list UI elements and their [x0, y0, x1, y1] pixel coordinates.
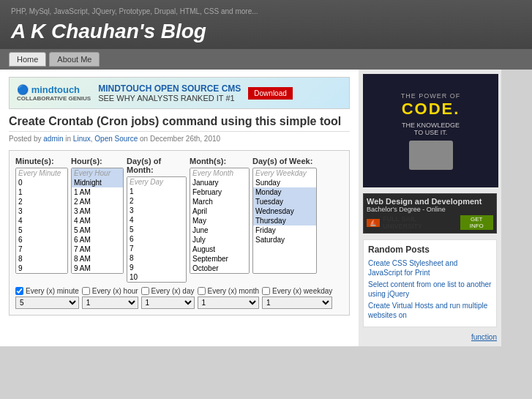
random-post-1[interactable]: Create CSS Stylesheet and JavaScript for…	[368, 258, 492, 277]
dom-select[interactable]: Every Day 1234 5678 91011	[127, 176, 187, 283]
minutes-select[interactable]: Every Minute 0123 4567 8910	[15, 168, 68, 274]
sidebar-ad-code: CODE.	[402, 100, 460, 119]
months-select[interactable]: Every Month JanuaryFebruaryMarch AprilMa…	[190, 168, 250, 274]
hours-select[interactable]: Every Hour Midnight 1 AM2 AM3 AM 4 AM5 A…	[71, 168, 124, 274]
post-author-link[interactable]: admin	[43, 135, 63, 143]
sidebar-ad: THE POWER OF CODE. THE KNOWLEDGE TO USE …	[363, 74, 498, 187]
nav-tab-home[interactable]: Home	[9, 52, 46, 67]
footer-hour-select[interactable]: 1	[82, 297, 138, 309]
sidebar-ad-tagline: THE POWER OF	[401, 92, 461, 100]
dow-label: Day(s) of Week:	[252, 157, 317, 165]
crontab-tool: Minute(s): Every Minute 0123 4567 8910 H…	[9, 150, 350, 316]
dow-select[interactable]: Every Weekday Sunday Monday Tuesday Wedn…	[252, 168, 317, 274]
hours-label: Hour(s):	[71, 157, 124, 165]
ad-logo: 🔵 mindtouch COLLABORATIVE GENIUS	[17, 84, 91, 102]
footer-month-label: Every (x) month	[198, 287, 260, 295]
sidebar-ad-school-row: ⛵ FULL SAIL UNIVERSITY GET INFO	[367, 215, 493, 230]
dom-label: Day(s) of Month:	[127, 157, 187, 174]
sidebar-ad-school-badge: ⛵	[367, 219, 380, 227]
footer-weekday-checkbox[interactable]	[262, 287, 270, 295]
main-layout: 🔵 mindtouch COLLABORATIVE GENIUS MINDTOU…	[0, 70, 532, 346]
header: PHP, MySql, JavaScript, JQuery, Prototyp…	[0, 0, 532, 49]
footer-day-label: Every (x) day	[141, 287, 195, 295]
nav: Home About Me	[0, 49, 532, 70]
cron-col-months: Month(s): Every Month JanuaryFebruaryMar…	[190, 157, 250, 283]
ad-logo-text: 🔵 mindtouch	[17, 84, 91, 95]
footer-day-checkbox[interactable]	[141, 287, 149, 295]
footer-hour-checkbox[interactable]	[82, 287, 90, 295]
ad-text: MINDTOUCH OPEN SOURCE CMS SEE WHY ANALYS…	[98, 83, 241, 102]
random-post-2[interactable]: Select content from one list to another …	[368, 280, 492, 299]
random-posts: Random Posts Create CSS Stylesheet and J…	[363, 239, 497, 327]
cron-col-dow: Day(s) of Week: Every Weekday Sunday Mon…	[252, 157, 317, 283]
nav-tab-about[interactable]: About Me	[49, 52, 100, 67]
content: 🔵 mindtouch COLLABORATIVE GENIUS MINDTOU…	[0, 70, 359, 346]
footer-day-select[interactable]: 1	[141, 297, 195, 309]
footer-hour-label: Every (x) hour	[82, 287, 138, 295]
sidebar: THE POWER OF CODE. THE KNOWLEDGE TO USE …	[359, 70, 501, 346]
post-category-linux[interactable]: Linux	[73, 135, 91, 143]
ad-banner: 🔵 mindtouch COLLABORATIVE GENIUS MINDTOU…	[9, 77, 350, 109]
footer-month: Every (x) month 1	[198, 287, 260, 309]
cron-col-hours: Hour(s): Every Hour Midnight 1 AM2 AM3 A…	[71, 157, 124, 283]
sidebar-ad-knowledge: THE KNOWLEDGE	[402, 122, 460, 129]
ad-download-button[interactable]: Download	[248, 87, 292, 100]
footer-weekday-select[interactable]: 1	[262, 297, 332, 309]
sidebar-ad-webdev: Web Design and Development	[367, 197, 493, 206]
months-label: Month(s):	[190, 157, 250, 165]
sidebar-ad-bottom: Web Design and Development Bachelor's De…	[363, 193, 497, 234]
sidebar-ad-degree: Bachelor's Degree - Online	[367, 206, 493, 213]
tagline: PHP, MySql, JavaScript, JQuery, Prototyp…	[11, 7, 521, 15]
random-post-3[interactable]: Create Virtual Hosts and run multiple we…	[368, 301, 492, 320]
footer-day: Every (x) day 1	[141, 287, 195, 309]
post-meta: Posted by admin in Linux, Open Source on…	[9, 135, 350, 143]
footer-month-select[interactable]: 1	[198, 297, 260, 309]
ad-subline: SEE WHY ANALYSTS RANKED IT #1	[98, 94, 234, 102]
sidebar-ad-cta-button[interactable]: GET INFO	[460, 215, 493, 230]
footer-weekday-label: Every (x) weekday	[262, 287, 332, 295]
function-link[interactable]: function	[471, 333, 497, 341]
sidebar-ad-use: TO USE IT.	[414, 129, 447, 136]
ad-logo-sub: COLLABORATIVE GENIUS	[17, 95, 91, 102]
footer-hour: Every (x) hour 1	[82, 287, 138, 309]
article-title: Create Crontab (Cron jobs) command using…	[9, 115, 350, 132]
footer-minute-label: Every (x) minute	[15, 287, 79, 295]
footer-minute: Every (x) minute 5	[15, 287, 79, 309]
ad-headline: MINDTOUCH OPEN SOURCE CMS	[98, 83, 241, 94]
footer-month-checkbox[interactable]	[198, 287, 206, 295]
cron-col-dom: Day(s) of Month: Every Day 1234 5678 910…	[127, 157, 187, 283]
minutes-label: Minute(s):	[15, 157, 68, 165]
random-posts-title: Random Posts	[368, 245, 492, 255]
cron-footer: Every (x) minute 5 Every (x) hour 1	[15, 287, 343, 309]
sidebar-ad-image	[409, 141, 453, 170]
footer-minute-checkbox[interactable]	[15, 287, 23, 295]
post-category-opensource[interactable]: Open Source	[94, 135, 138, 143]
function-link-area: function	[363, 332, 497, 342]
footer-weekday: Every (x) weekday 1	[262, 287, 332, 309]
cron-col-minutes: Minute(s): Every Minute 0123 4567 8910	[15, 157, 68, 283]
blog-title: A K Chauhan's Blog	[11, 20, 521, 43]
sidebar-ad-school-name: FULL SAIL UNIVERSITY	[383, 215, 457, 230]
cron-columns: Minute(s): Every Minute 0123 4567 8910 H…	[15, 157, 343, 283]
footer-minute-select[interactable]: 5	[15, 297, 79, 309]
